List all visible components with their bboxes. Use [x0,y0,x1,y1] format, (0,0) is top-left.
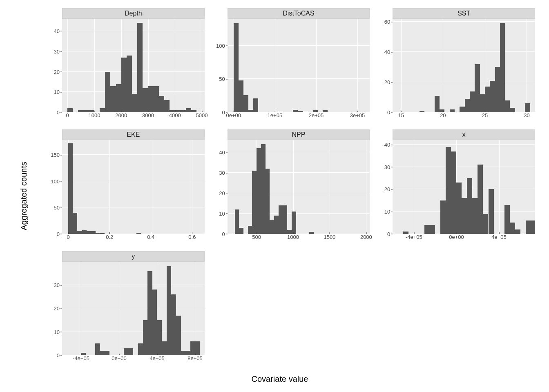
x-axis: 010002000300040005000 [62,112,205,125]
histogram-bar [261,144,266,234]
x-tick: 1000 [88,112,100,118]
histogram-bar [440,200,446,234]
histogram-bar [500,23,505,112]
facet-strip: SST [393,8,535,19]
histogram-bar [505,100,510,113]
histogram-bar [185,351,190,355]
x-tick: 500 [252,234,261,240]
histogram-bar [504,205,510,234]
histogram-bar [531,220,535,234]
histogram-bar [257,148,261,234]
x-tick: 0e+00 [449,234,464,240]
y-tick: 0 [222,231,225,237]
y-axis: 010203040 [210,129,228,246]
y-tick: 30 [54,282,60,288]
panel-SST: 0204060SST15202530 [375,8,535,125]
y-tick: 40 [384,49,390,55]
histogram-bar [526,220,531,234]
x-axis: 15202530 [393,112,535,125]
plot-area [62,140,205,234]
facet-strip: x [393,129,535,140]
y-tick: 30 [219,170,225,176]
histogram-bar [495,67,500,112]
histogram-bar [138,343,143,355]
x-tick: 2000 [360,234,372,240]
panel-Depth: 010203040Depth010002000300040005000 [45,8,205,125]
histogram-bar [100,351,105,355]
histogram-bar [195,341,200,355]
panel-EKE: 050100150EKE00.20.40.6 [45,129,205,246]
histogram-bar [132,94,137,112]
plot-area [62,19,205,112]
histogram-bar [164,100,170,112]
empty-cell [210,251,370,368]
histogram-bar [510,223,515,234]
y-axis: 010203040 [45,8,62,125]
facet-strip: y [62,251,205,262]
x-tick: 3000 [142,112,154,118]
histogram-bar [489,189,494,234]
x-tick: 0e+00 [226,112,241,118]
histogram-bar [456,183,462,234]
histogram-bar [137,23,143,112]
y-tick: 0 [222,109,225,116]
x-axis-label: Covariate value [20,374,539,384]
histogram-bar [483,214,488,234]
y-tick: 60 [384,19,390,25]
x-axis: 00.20.40.6 [62,234,205,246]
y-tick: 100 [51,178,60,184]
y-axis-label: Aggregated counts [19,162,29,230]
y-axis: 010203040 [375,129,393,246]
histogram-bar [190,341,195,355]
histogram-bar [485,87,490,112]
histogram-bar [279,205,283,234]
plot-area [228,19,370,112]
histogram-bar [73,213,77,234]
histogram-bar [475,64,480,112]
histogram-bar [105,351,110,355]
plot-area [393,140,535,234]
panel-DistToCAS: 050100DistToCAS0e+001e+052e+053e+05 [210,8,370,125]
histogram-bar [77,231,82,234]
x-tick: 5000 [196,112,208,118]
y-axis: 050100150 [45,129,62,246]
x-tick: 25 [482,112,488,118]
y-tick: 40 [219,149,225,156]
x-tick: 3e+05 [350,112,365,118]
plot-area [393,19,535,112]
facet-grid: 010203040Depth01000200030004000500005010… [45,8,535,368]
x-tick: 1e+05 [268,112,283,118]
histogram-bar [510,108,515,112]
x-tick: 0 [67,234,70,240]
y-tick: 30 [54,48,60,54]
histogram-bar [100,108,105,112]
y-tick: 10 [54,89,60,95]
histogram-bar [467,178,472,234]
histogram-bar [239,80,243,113]
histogram-bar [440,109,444,112]
x-axis: 0e+001e+052e+053e+05 [228,112,370,125]
y-axis: 0204060 [375,8,393,125]
histogram-bar [148,86,154,113]
histogram-bar [274,216,279,234]
histogram-bar [292,212,296,234]
histogram-bar [239,228,243,234]
x-tick: 0.2 [106,234,113,240]
x-tick: 30 [524,112,529,118]
y-tick: 30 [384,164,390,170]
x-tick: 1500 [324,234,336,240]
facet-strip: NPP [228,129,370,140]
histogram-bar [234,23,239,112]
x-tick: 0e+00 [112,355,127,361]
histogram-bar [450,109,455,112]
histogram-bar [478,165,483,234]
panel-x: 010203040x-4e+050e+004e+05 [375,129,535,246]
facet-strip: EKE [62,129,205,140]
histogram-bar [460,107,464,113]
histogram-bar [176,316,181,355]
y-tick: 100 [216,42,225,49]
histogram-bar [480,94,485,112]
histogram-bar [465,99,470,112]
histogram-bar [266,169,270,234]
x-tick: 8e+05 [187,355,203,361]
